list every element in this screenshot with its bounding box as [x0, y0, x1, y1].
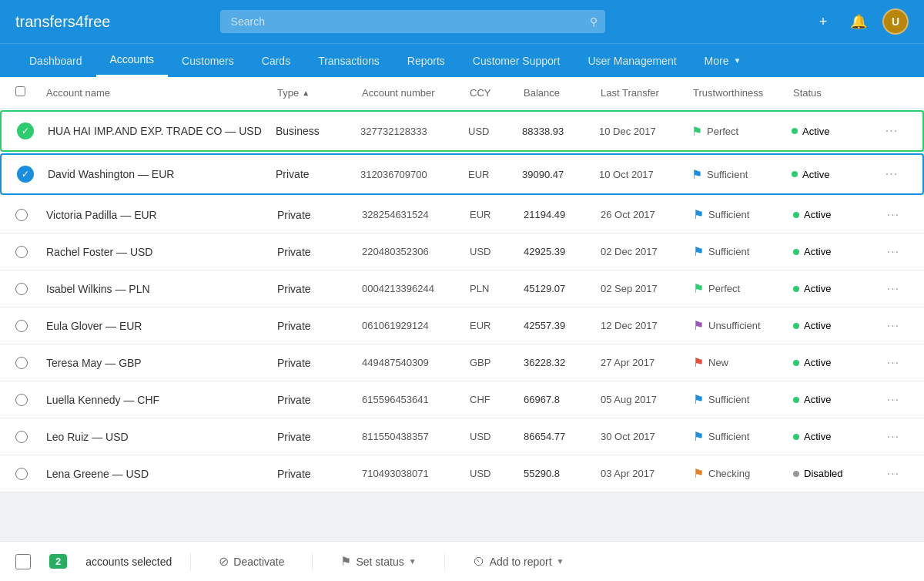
trust-flag-icon: ⚑ [693, 466, 704, 481]
sidebar-item-cards[interactable]: Cards [248, 44, 304, 77]
trust-flag-icon: ⚑ [691, 124, 702, 139]
search-input[interactable] [220, 10, 605, 33]
account-number: 328254631524 [362, 209, 470, 220]
row-radio[interactable] [15, 394, 28, 406]
sort-arrow-icon: ▲ [302, 89, 310, 97]
status-cell: Active [793, 320, 878, 331]
trustworthiness-label: Unsufficient [708, 320, 761, 331]
row-radio[interactable] [15, 246, 28, 258]
row-select-cell[interactable] [15, 283, 46, 295]
trust-flag-icon: ⚑ [693, 207, 704, 222]
row-radio[interactable] [15, 209, 28, 221]
status-cell: Active [793, 357, 878, 368]
table-header: Account name Type ▲ Account number CCY B… [0, 77, 924, 109]
table-row[interactable]: ✓ David Washington — EUR Private 3120367… [0, 153, 924, 195]
table-row[interactable]: Victoria Padilla — EUR Private 328254631… [0, 196, 924, 233]
row-radio[interactable] [15, 431, 28, 443]
status-cell: Active [793, 283, 878, 294]
sidebar-item-customers[interactable]: Customers [168, 44, 248, 77]
account-name: Teresa May — GBP [46, 357, 277, 369]
account-ccy: EUR [470, 320, 524, 331]
last-transfer-date: 02 Sep 2017 [601, 283, 693, 294]
table-row[interactable]: Lena Greene — USD Private 710493038071 U… [0, 455, 924, 492]
more-options-button[interactable]: ··· [876, 124, 907, 138]
more-options-button[interactable]: ··· [878, 245, 909, 259]
sidebar-item-transactions[interactable]: Transactions [304, 44, 393, 77]
trustworthiness-cell: ⚑ Checking [693, 466, 793, 481]
avatar[interactable]: U [882, 8, 909, 35]
row-radio[interactable] [15, 468, 28, 480]
notifications-button[interactable]: 🔔 [847, 10, 870, 33]
account-balance: 39090.47 [522, 169, 599, 180]
status-badge: Active [804, 246, 831, 257]
chevron-down-icon: ▼ [733, 56, 741, 65]
account-type: Private [277, 320, 362, 332]
sidebar-item-accounts[interactable]: Accounts [96, 44, 169, 77]
col-account-number: Account number [362, 87, 470, 99]
last-transfer-date: 10 Dec 2017 [599, 126, 691, 137]
add-button[interactable]: + [812, 10, 835, 33]
more-options-button[interactable]: ··· [876, 167, 907, 181]
table-row[interactable]: Rachel Foster — USD Private 220480352306… [0, 233, 924, 270]
more-options-button[interactable]: ··· [878, 430, 909, 444]
more-options-button[interactable]: ··· [878, 208, 909, 222]
table-row[interactable]: Luella Kennedy — CHF Private 61559645364… [0, 381, 924, 418]
trustworthiness-cell: ⚑ Sufficient [693, 392, 793, 407]
account-ccy: USD [470, 468, 524, 479]
account-name: HUA HAI IMP.AND EXP. TRADE CO — USD [48, 125, 276, 137]
status-badge: Active [804, 431, 831, 442]
account-name: Isabel Wilkins — PLN [46, 283, 277, 295]
sidebar-item-reports[interactable]: Reports [393, 44, 459, 77]
account-balance: 42925.39 [524, 246, 601, 257]
status-badge: Disabled [804, 468, 843, 479]
header: transfers4free ⚲ + 🔔 U [0, 0, 924, 43]
trustworthiness-label: Sufficient [707, 169, 748, 180]
row-select-cell[interactable] [15, 431, 46, 443]
sidebar-item-dashboard[interactable]: Dashboard [15, 44, 96, 77]
trustworthiness-cell: ⚑ Sufficient [693, 207, 793, 222]
table-row[interactable]: ✓ HUA HAI IMP.AND EXP. TRADE CO — USD Bu… [0, 110, 924, 152]
header-actions: + 🔔 U [812, 8, 909, 35]
row-select-cell[interactable] [15, 320, 46, 332]
status-dot-icon [793, 249, 799, 255]
row-select-cell[interactable]: ✓ [17, 123, 48, 139]
select-all-checkbox[interactable] [15, 86, 25, 96]
account-name: Leo Ruiz — USD [46, 431, 277, 443]
trustworthiness-label: Checking [708, 468, 750, 479]
status-dot-icon [792, 171, 798, 177]
row-radio[interactable] [15, 283, 28, 295]
trustworthiness-cell: ⚑ Sufficient [693, 244, 793, 259]
row-radio[interactable] [15, 320, 28, 332]
col-type[interactable]: Type ▲ [277, 87, 362, 99]
more-options-button[interactable]: ··· [878, 319, 909, 333]
table-row[interactable]: Eula Glover — EUR Private 061061929124 E… [0, 307, 924, 344]
account-name: Luella Kennedy — CHF [46, 394, 277, 406]
sidebar-item-more[interactable]: More ▼ [691, 44, 755, 77]
last-transfer-date: 10 Oct 2017 [599, 169, 691, 180]
row-select-cell[interactable]: ✓ [17, 166, 48, 183]
table-row[interactable]: Teresa May — GBP Private 449487540309 GB… [0, 344, 924, 381]
row-select-cell[interactable] [15, 468, 46, 480]
table-row[interactable]: Leo Ruiz — USD Private 811550438357 USD … [0, 418, 924, 455]
sidebar-item-user-management[interactable]: User Management [574, 44, 690, 77]
row-select-cell[interactable] [15, 209, 46, 221]
row-radio[interactable] [15, 357, 28, 369]
row-select-cell[interactable] [15, 357, 46, 369]
more-options-button[interactable]: ··· [878, 393, 909, 407]
row-select-cell[interactable] [15, 394, 46, 406]
account-number: 710493038071 [362, 468, 470, 479]
more-options-button[interactable]: ··· [878, 282, 909, 296]
col-trustworthiness: Trustworthiness [693, 87, 793, 99]
row-select-cell[interactable] [15, 246, 46, 258]
account-balance: 36228.32 [524, 357, 601, 368]
table-row[interactable]: Isabel Wilkins — PLN Private 00042133962… [0, 270, 924, 307]
more-options-button[interactable]: ··· [878, 356, 909, 370]
trust-flag-icon: ⚑ [693, 318, 704, 333]
status-badge: Active [802, 126, 829, 137]
last-transfer-date: 27 Apr 2017 [601, 357, 693, 368]
more-options-button[interactable]: ··· [878, 467, 909, 481]
trustworthiness-cell: ⚑ Perfect [693, 281, 793, 296]
sidebar-item-customer-support[interactable]: Customer Support [459, 44, 574, 77]
account-ccy: PLN [470, 283, 524, 294]
col-last-transfer: Last Transfer [601, 87, 693, 99]
